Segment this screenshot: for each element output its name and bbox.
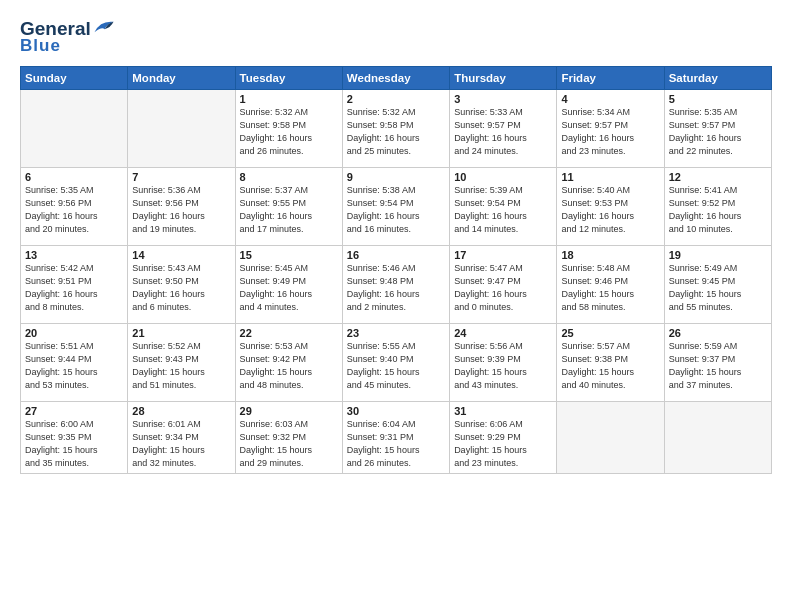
day-number: 19 <box>669 249 767 261</box>
day-number: 17 <box>454 249 552 261</box>
day-detail: Sunrise: 5:41 AM Sunset: 9:52 PM Dayligh… <box>669 184 767 236</box>
day-detail: Sunrise: 6:04 AM Sunset: 9:31 PM Dayligh… <box>347 418 445 470</box>
calendar-cell: 11Sunrise: 5:40 AM Sunset: 9:53 PM Dayli… <box>557 168 664 246</box>
day-detail: Sunrise: 5:46 AM Sunset: 9:48 PM Dayligh… <box>347 262 445 314</box>
day-detail: Sunrise: 5:59 AM Sunset: 9:37 PM Dayligh… <box>669 340 767 392</box>
day-number: 16 <box>347 249 445 261</box>
day-number: 25 <box>561 327 659 339</box>
weekday-header-sunday: Sunday <box>21 67 128 90</box>
calendar-cell: 17Sunrise: 5:47 AM Sunset: 9:47 PM Dayli… <box>450 246 557 324</box>
calendar-cell: 21Sunrise: 5:52 AM Sunset: 9:43 PM Dayli… <box>128 324 235 402</box>
calendar-cell: 31Sunrise: 6:06 AM Sunset: 9:29 PM Dayli… <box>450 402 557 474</box>
day-detail: Sunrise: 5:52 AM Sunset: 9:43 PM Dayligh… <box>132 340 230 392</box>
calendar-cell: 12Sunrise: 5:41 AM Sunset: 9:52 PM Dayli… <box>664 168 771 246</box>
calendar-week-3: 13Sunrise: 5:42 AM Sunset: 9:51 PM Dayli… <box>21 246 772 324</box>
day-detail: Sunrise: 5:40 AM Sunset: 9:53 PM Dayligh… <box>561 184 659 236</box>
day-detail: Sunrise: 5:47 AM Sunset: 9:47 PM Dayligh… <box>454 262 552 314</box>
day-detail: Sunrise: 5:56 AM Sunset: 9:39 PM Dayligh… <box>454 340 552 392</box>
calendar-cell <box>21 90 128 168</box>
day-number: 6 <box>25 171 123 183</box>
day-number: 27 <box>25 405 123 417</box>
calendar-cell: 27Sunrise: 6:00 AM Sunset: 9:35 PM Dayli… <box>21 402 128 474</box>
calendar-cell: 24Sunrise: 5:56 AM Sunset: 9:39 PM Dayli… <box>450 324 557 402</box>
day-detail: Sunrise: 5:42 AM Sunset: 9:51 PM Dayligh… <box>25 262 123 314</box>
day-detail: Sunrise: 6:06 AM Sunset: 9:29 PM Dayligh… <box>454 418 552 470</box>
calendar-cell: 8Sunrise: 5:37 AM Sunset: 9:55 PM Daylig… <box>235 168 342 246</box>
weekday-header-row: SundayMondayTuesdayWednesdayThursdayFrid… <box>21 67 772 90</box>
calendar-cell: 23Sunrise: 5:55 AM Sunset: 9:40 PM Dayli… <box>342 324 449 402</box>
weekday-header-tuesday: Tuesday <box>235 67 342 90</box>
calendar-cell <box>664 402 771 474</box>
logo-text: General <box>20 18 115 38</box>
day-number: 28 <box>132 405 230 417</box>
day-detail: Sunrise: 5:36 AM Sunset: 9:56 PM Dayligh… <box>132 184 230 236</box>
day-number: 4 <box>561 93 659 105</box>
day-number: 10 <box>454 171 552 183</box>
day-detail: Sunrise: 5:34 AM Sunset: 9:57 PM Dayligh… <box>561 106 659 158</box>
calendar-week-5: 27Sunrise: 6:00 AM Sunset: 9:35 PM Dayli… <box>21 402 772 474</box>
calendar-cell: 16Sunrise: 5:46 AM Sunset: 9:48 PM Dayli… <box>342 246 449 324</box>
calendar-cell: 25Sunrise: 5:57 AM Sunset: 9:38 PM Dayli… <box>557 324 664 402</box>
calendar-cell: 5Sunrise: 5:35 AM Sunset: 9:57 PM Daylig… <box>664 90 771 168</box>
calendar-cell: 29Sunrise: 6:03 AM Sunset: 9:32 PM Dayli… <box>235 402 342 474</box>
header: General Blue <box>20 18 772 56</box>
day-number: 30 <box>347 405 445 417</box>
day-detail: Sunrise: 5:38 AM Sunset: 9:54 PM Dayligh… <box>347 184 445 236</box>
calendar-cell: 6Sunrise: 5:35 AM Sunset: 9:56 PM Daylig… <box>21 168 128 246</box>
calendar-cell: 15Sunrise: 5:45 AM Sunset: 9:49 PM Dayli… <box>235 246 342 324</box>
weekday-header-monday: Monday <box>128 67 235 90</box>
calendar-cell: 18Sunrise: 5:48 AM Sunset: 9:46 PM Dayli… <box>557 246 664 324</box>
day-number: 14 <box>132 249 230 261</box>
calendar-cell <box>557 402 664 474</box>
day-detail: Sunrise: 5:51 AM Sunset: 9:44 PM Dayligh… <box>25 340 123 392</box>
day-number: 11 <box>561 171 659 183</box>
calendar-cell: 10Sunrise: 5:39 AM Sunset: 9:54 PM Dayli… <box>450 168 557 246</box>
page: General Blue SundayMondayTuesdayWednesda… <box>0 0 792 612</box>
day-number: 21 <box>132 327 230 339</box>
day-number: 13 <box>25 249 123 261</box>
calendar-table: SundayMondayTuesdayWednesdayThursdayFrid… <box>20 66 772 474</box>
day-detail: Sunrise: 5:48 AM Sunset: 9:46 PM Dayligh… <box>561 262 659 314</box>
day-detail: Sunrise: 5:37 AM Sunset: 9:55 PM Dayligh… <box>240 184 338 236</box>
weekday-header-thursday: Thursday <box>450 67 557 90</box>
day-number: 2 <box>347 93 445 105</box>
calendar-cell: 22Sunrise: 5:53 AM Sunset: 9:42 PM Dayli… <box>235 324 342 402</box>
calendar-cell: 7Sunrise: 5:36 AM Sunset: 9:56 PM Daylig… <box>128 168 235 246</box>
day-number: 20 <box>25 327 123 339</box>
day-detail: Sunrise: 5:35 AM Sunset: 9:56 PM Dayligh… <box>25 184 123 236</box>
calendar-cell: 28Sunrise: 6:01 AM Sunset: 9:34 PM Dayli… <box>128 402 235 474</box>
day-number: 22 <box>240 327 338 339</box>
day-number: 1 <box>240 93 338 105</box>
calendar-week-2: 6Sunrise: 5:35 AM Sunset: 9:56 PM Daylig… <box>21 168 772 246</box>
day-detail: Sunrise: 5:55 AM Sunset: 9:40 PM Dayligh… <box>347 340 445 392</box>
day-detail: Sunrise: 6:03 AM Sunset: 9:32 PM Dayligh… <box>240 418 338 470</box>
day-detail: Sunrise: 5:45 AM Sunset: 9:49 PM Dayligh… <box>240 262 338 314</box>
calendar-cell: 20Sunrise: 5:51 AM Sunset: 9:44 PM Dayli… <box>21 324 128 402</box>
day-detail: Sunrise: 5:39 AM Sunset: 9:54 PM Dayligh… <box>454 184 552 236</box>
day-number: 7 <box>132 171 230 183</box>
day-detail: Sunrise: 5:43 AM Sunset: 9:50 PM Dayligh… <box>132 262 230 314</box>
calendar-cell: 19Sunrise: 5:49 AM Sunset: 9:45 PM Dayli… <box>664 246 771 324</box>
day-number: 5 <box>669 93 767 105</box>
day-number: 23 <box>347 327 445 339</box>
calendar-cell: 4Sunrise: 5:34 AM Sunset: 9:57 PM Daylig… <box>557 90 664 168</box>
day-detail: Sunrise: 5:35 AM Sunset: 9:57 PM Dayligh… <box>669 106 767 158</box>
day-number: 8 <box>240 171 338 183</box>
day-detail: Sunrise: 5:32 AM Sunset: 9:58 PM Dayligh… <box>347 106 445 158</box>
day-detail: Sunrise: 5:33 AM Sunset: 9:57 PM Dayligh… <box>454 106 552 158</box>
day-number: 29 <box>240 405 338 417</box>
calendar-week-4: 20Sunrise: 5:51 AM Sunset: 9:44 PM Dayli… <box>21 324 772 402</box>
day-detail: Sunrise: 5:53 AM Sunset: 9:42 PM Dayligh… <box>240 340 338 392</box>
calendar-week-1: 1Sunrise: 5:32 AM Sunset: 9:58 PM Daylig… <box>21 90 772 168</box>
day-number: 15 <box>240 249 338 261</box>
weekday-header-saturday: Saturday <box>664 67 771 90</box>
day-detail: Sunrise: 5:57 AM Sunset: 9:38 PM Dayligh… <box>561 340 659 392</box>
day-number: 18 <box>561 249 659 261</box>
day-detail: Sunrise: 5:32 AM Sunset: 9:58 PM Dayligh… <box>240 106 338 158</box>
weekday-header-friday: Friday <box>557 67 664 90</box>
weekday-header-wednesday: Wednesday <box>342 67 449 90</box>
day-detail: Sunrise: 6:01 AM Sunset: 9:34 PM Dayligh… <box>132 418 230 470</box>
calendar-cell: 2Sunrise: 5:32 AM Sunset: 9:58 PM Daylig… <box>342 90 449 168</box>
calendar-cell: 1Sunrise: 5:32 AM Sunset: 9:58 PM Daylig… <box>235 90 342 168</box>
day-detail: Sunrise: 5:49 AM Sunset: 9:45 PM Dayligh… <box>669 262 767 314</box>
